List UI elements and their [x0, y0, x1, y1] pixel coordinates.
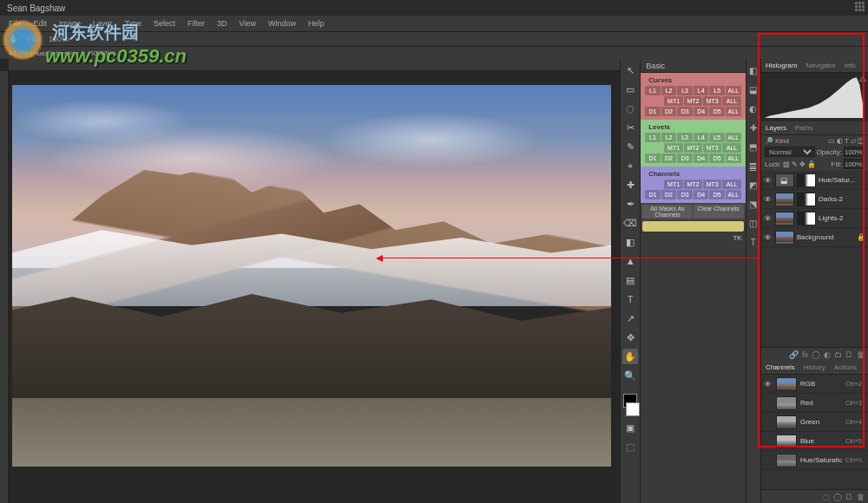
channel-row-3[interactable]: BlueCtrl+5 — [761, 432, 868, 451]
crop-tool[interactable]: ✂ — [622, 120, 638, 135]
menu-edit[interactable]: Edit — [34, 19, 48, 28]
tk-channels-d-5[interactable]: ALL — [726, 190, 741, 199]
pen-tool[interactable]: ▤ — [622, 272, 638, 288]
hand-tool[interactable]: ✋ — [622, 349, 638, 364]
filter-pixel-icon[interactable]: ▭ — [828, 137, 835, 145]
panel-icon-6[interactable]: ䷀ — [747, 160, 760, 172]
group-icon[interactable]: 🗀 — [834, 350, 842, 359]
panel-icon-7[interactable]: ◩ — [747, 179, 760, 191]
document-tab[interactable]: 44.5% (Hue/Saturation 1, RGB/8#) — [0, 47, 868, 59]
tk-levels-d-0[interactable]: D1 — [645, 154, 661, 163]
tab-channels[interactable]: Channels — [761, 363, 799, 371]
tk-channels-mt-2[interactable]: MT2 — [684, 180, 702, 189]
tk-curves-d-1[interactable]: D2 — [661, 107, 677, 116]
tab-navigator[interactable]: Navigator — [801, 62, 839, 69]
tk-allmasks-button[interactable]: All Masks As Channels — [642, 205, 693, 219]
panel-icon-5[interactable]: ⬒ — [747, 140, 760, 153]
tk-channels-d-4[interactable]: D5 — [709, 190, 725, 199]
background-swatch[interactable] — [626, 402, 640, 416]
opt-zoom[interactable]: 100% — [49, 35, 69, 43]
layer-row-2[interactable]: 👁Lights-2 — [761, 209, 868, 228]
tk-channels-mt-4[interactable]: ALL — [722, 180, 740, 189]
tk-curves-l-3[interactable]: L4 — [694, 86, 709, 95]
tk-levels-d-1[interactable]: D2 — [661, 154, 677, 163]
path-tool[interactable]: ↗ — [622, 310, 638, 326]
fx-icon[interactable]: fx — [802, 350, 808, 359]
menu-help[interactable]: Help — [308, 19, 325, 28]
tk-channels-d-1[interactable]: D2 — [661, 190, 677, 199]
tk-channels-d-0[interactable]: D1 — [645, 190, 661, 199]
tk-channels-d-3[interactable]: D4 — [694, 190, 709, 199]
tk-curves-l-1[interactable]: L2 — [661, 86, 677, 95]
screenmode-icon[interactable]: ⬚ — [622, 439, 638, 454]
tk-curves-mt-1[interactable]: MT1 — [664, 96, 682, 106]
load-selection-icon[interactable]: ◌ — [823, 493, 830, 501]
tk-curves-d-0[interactable]: D1 — [645, 107, 661, 116]
lasso-tool[interactable]: ◌ — [622, 101, 638, 116]
channel-row-0[interactable]: 👁RGBCtrl+2 — [761, 375, 868, 394]
tk-curves-d-4[interactable]: D5 — [709, 107, 725, 116]
opt-filter[interactable]: Filtr — [27, 35, 40, 43]
menu-file[interactable]: File — [9, 19, 22, 28]
brush-tool[interactable]: ✚ — [622, 177, 638, 193]
dodge-tool[interactable]: ▲ — [622, 253, 638, 269]
visibility-icon[interactable]: 👁 — [764, 380, 773, 389]
type-tool[interactable]: T — [622, 291, 638, 307]
gradient-tool[interactable]: ◧ — [622, 234, 638, 250]
layer-row-3[interactable]: 👁Background🔒 — [761, 228, 868, 247]
tab-paths[interactable]: Paths — [791, 124, 817, 132]
tk-levels-l-4[interactable]: L5 — [709, 133, 725, 142]
tk-curves-mt-4[interactable]: ALL — [722, 96, 740, 106]
shape-tool[interactable]: ✥ — [622, 330, 638, 345]
warning-icon[interactable]: ⚠ — [859, 75, 866, 83]
tk-levels-l-2[interactable]: L3 — [677, 133, 693, 142]
tk-curves-d-2[interactable]: D3 — [677, 107, 693, 116]
tk-levels-l-3[interactable]: L4 — [694, 133, 709, 142]
tk-levels-d-5[interactable]: ALL — [726, 154, 741, 163]
tk-levels-l-5[interactable]: ALL — [726, 133, 741, 142]
panel-icon-8[interactable]: ⬔ — [747, 198, 760, 210]
panel-icon-1[interactable]: ◧ — [747, 64, 760, 76]
healing-tool[interactable]: ⌖ — [622, 158, 638, 173]
menu-view[interactable]: View — [240, 19, 256, 28]
eyedropper-tool[interactable]: ✎ — [622, 139, 638, 154]
visibility-icon[interactable]: 👁 — [764, 214, 773, 223]
tk-levels-d-2[interactable]: D3 — [677, 154, 693, 163]
adjustment-icon[interactable]: ◐ — [824, 350, 831, 359]
channel-row-4[interactable]: Hue/Saturation...Ctrl+\\ — [761, 451, 868, 470]
save-selection-icon[interactable]: ◯ — [833, 493, 842, 501]
channel-row-1[interactable]: RedCtrl+3 — [761, 394, 868, 413]
canvas-area[interactable] — [0, 59, 620, 503]
panel-icon-9[interactable]: ◫ — [747, 217, 760, 229]
lock-trans-icon[interactable]: ▨ — [783, 160, 790, 168]
menu-image[interactable]: Image — [59, 19, 81, 28]
filter-icon[interactable]: 🔎 — [765, 137, 773, 145]
blend-mode-select[interactable]: Normal — [765, 147, 815, 157]
tk-clear-button[interactable]: Clear Channels — [694, 205, 744, 219]
link-icon[interactable]: 🔗 — [789, 350, 799, 359]
menu-window[interactable]: Window — [268, 19, 296, 28]
new-layer-icon[interactable]: 🗋 — [845, 350, 853, 359]
menu-select[interactable]: Select — [154, 19, 175, 28]
tk-curves-l-5[interactable]: ALL — [726, 86, 741, 95]
visibility-icon[interactable]: 👁 — [764, 233, 773, 242]
filter-adj-icon[interactable]: ◐ — [837, 137, 843, 145]
canvas-image[interactable] — [12, 85, 611, 467]
delete-channel-icon[interactable]: 🗑 — [857, 493, 865, 501]
tab-info[interactable]: Info — [840, 62, 860, 69]
tk-channels-d-2[interactable]: D3 — [677, 190, 693, 199]
panel-icon-10[interactable]: T — [747, 236, 760, 248]
tk-channels-mt-1[interactable]: MT1 — [664, 180, 682, 189]
filter-smart-icon[interactable]: ◫ — [858, 137, 865, 145]
tk-curves-l-2[interactable]: L3 — [677, 86, 693, 95]
tk-levels-d-4[interactable]: D5 — [709, 154, 725, 163]
tk-channels-mt-3[interactable]: MT3 — [703, 180, 721, 189]
tk-curves-mt-2[interactable]: MT2 — [684, 96, 702, 106]
eraser-tool[interactable]: ⌫ — [622, 215, 638, 231]
tk-tab[interactable]: Basic — [641, 59, 745, 73]
move-tool[interactable]: ↖ — [622, 62, 638, 78]
tk-curves-l-4[interactable]: L5 — [709, 86, 725, 95]
visibility-icon[interactable]: 👁 — [764, 176, 773, 185]
menu-layer[interactable]: Layer — [93, 19, 113, 28]
tab-histogram[interactable]: Histogram — [761, 62, 801, 69]
